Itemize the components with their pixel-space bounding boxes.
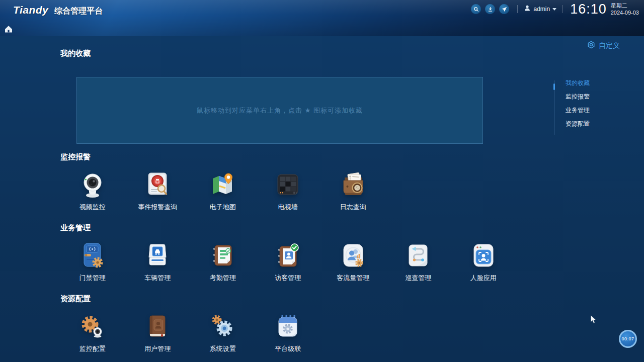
search-icon (473, 7, 479, 12)
attendance-mgmt-icon (208, 241, 237, 270)
user-mgmt-icon (143, 312, 172, 341)
search-button[interactable] (471, 4, 481, 14)
app-label: 巡查管理 (405, 274, 431, 283)
platform-cascade-icon (273, 312, 302, 341)
clock: 16:10 星期二 2024-09-03 (570, 2, 639, 17)
app-label: 电子地图 (210, 203, 236, 212)
nav-item-business[interactable]: 业务管理 (566, 107, 609, 114)
app-label: 门禁管理 (79, 274, 106, 283)
section-title: 业务管理 (60, 223, 516, 233)
section-title: 资源配置 (60, 294, 320, 304)
countdown-badge[interactable]: 00:07 (619, 330, 637, 348)
app-user-mgmt[interactable]: 用户管理 (125, 312, 191, 353)
home-tab[interactable] (4, 25, 13, 34)
app-label: 客流量管理 (337, 274, 369, 283)
user-icon (524, 5, 533, 14)
divider (517, 5, 518, 13)
app-vehicle-mgmt[interactable]: 车辆管理 (125, 241, 191, 283)
nav-item-favorites[interactable]: 我的收藏 (566, 79, 609, 86)
app-event-alarm-query[interactable]: 事件报警查询 (125, 170, 191, 212)
app-label: 电视墙 (278, 203, 298, 212)
app-label: 事件报警查询 (138, 203, 177, 212)
customize-button[interactable]: 自定义 (587, 41, 620, 51)
e-map-icon (208, 170, 237, 199)
product-title: 综合管理平台 (54, 6, 103, 17)
app-passenger-flow[interactable]: 客流量管理 (320, 241, 386, 283)
video-monitor-icon (78, 170, 107, 199)
patrol-mgmt-icon (404, 241, 433, 270)
clock-calendar-date: 2024-09-03 (611, 9, 639, 16)
clock-time: 16:10 (570, 2, 607, 17)
tv-wall-icon (273, 170, 302, 199)
section-business: 业务管理 门禁管理 (60, 223, 516, 283)
app-video-monitor[interactable]: 视频监控 (60, 170, 125, 212)
header-toolbar: admin 16:10 星期二 2024-09-03 (469, 0, 639, 18)
app-patrol-mgmt[interactable]: 巡查管理 (386, 241, 451, 283)
event-alarm-query-icon (143, 170, 172, 199)
app-label: 平台级联 (275, 344, 301, 353)
user-menu[interactable]: admin (524, 5, 556, 14)
app-face-app[interactable]: 人脸应用 (451, 241, 516, 283)
log-query-icon (339, 170, 368, 199)
visitor-mgmt-icon (273, 241, 302, 270)
download-icon (488, 7, 493, 12)
app-log-query[interactable]: 日志查询 (320, 170, 386, 212)
section-title: 监控报警 (60, 152, 386, 162)
app-access-control[interactable]: 门禁管理 (60, 241, 125, 283)
app-visitor-mgmt[interactable]: 访客管理 (256, 241, 321, 283)
username: admin (533, 6, 550, 13)
app-label: 考勤管理 (210, 274, 236, 283)
app-system-settings[interactable]: 系统设置 (190, 312, 256, 353)
favorites-empty-hint: 鼠标移动到对应菜单右上角，点击 ★ 图标可添加收藏 (197, 106, 363, 115)
mouse-cursor-icon (590, 315, 597, 325)
passenger-flow-icon (339, 241, 368, 270)
send-button[interactable] (499, 4, 509, 14)
clock-date: 星期二 2024-09-03 (611, 2, 639, 16)
face-app-icon (469, 241, 498, 270)
nav-item-monitoring[interactable]: 监控报警 (566, 93, 609, 100)
app-label: 车辆管理 (144, 274, 171, 283)
app-platform-cascade[interactable]: 平台级联 (256, 312, 321, 353)
customize-label: 自定义 (599, 41, 620, 50)
chevron-down-icon (552, 8, 556, 11)
apps-row: 门禁管理 车辆管理 (60, 241, 516, 283)
section-resources: 资源配置 监控配置 (60, 294, 320, 353)
vehicle-mgmt-icon (143, 241, 172, 270)
app-tv-wall[interactable]: 电视墙 (256, 170, 321, 212)
app-label: 监控配置 (79, 344, 106, 353)
clock-weekday: 星期二 (611, 2, 639, 9)
app-header: Tiandy 综合管理平台 admin 16:10 星期二 2024-09-03 (0, 0, 644, 36)
apps-row: 监控配置 用户管理 系统 (60, 312, 320, 353)
app-e-map[interactable]: 电子地图 (190, 170, 256, 212)
home-icon (4, 27, 13, 35)
send-icon (502, 7, 507, 12)
apps-row: 视频监控 事件报警查询 (60, 170, 386, 212)
nav-item-resources[interactable]: 资源配置 (566, 120, 609, 127)
nav-active-indicator (553, 83, 555, 90)
app-monitor-config[interactable]: 监控配置 (60, 312, 125, 353)
download-button[interactable] (485, 4, 495, 14)
access-control-icon (78, 241, 107, 270)
app-label: 视频监控 (79, 203, 106, 212)
brand: Tiandy 综合管理平台 (13, 4, 103, 17)
countdown-value: 00:07 (621, 336, 634, 341)
app-label: 日志查询 (340, 203, 366, 212)
app-label: 用户管理 (144, 344, 171, 353)
favorites-section-title: 我的收藏 (60, 49, 91, 58)
section-monitoring: 监控报警 视频监控 (60, 152, 386, 212)
settings-hex-icon (587, 41, 599, 51)
app-attendance-mgmt[interactable]: 考勤管理 (190, 241, 256, 283)
app-label: 人脸应用 (470, 274, 497, 283)
brand-logo: Tiandy (13, 4, 48, 16)
app-label: 访客管理 (275, 274, 301, 283)
app-label: 系统设置 (210, 344, 236, 353)
system-settings-icon (208, 312, 237, 341)
anchor-nav: 我的收藏 监控报警 业务管理 资源配置 (554, 79, 609, 134)
favorites-empty-box: 鼠标移动到对应菜单右上角，点击 ★ 图标可添加收藏 (76, 77, 483, 144)
monitor-config-icon (78, 312, 107, 341)
divider (562, 5, 563, 13)
